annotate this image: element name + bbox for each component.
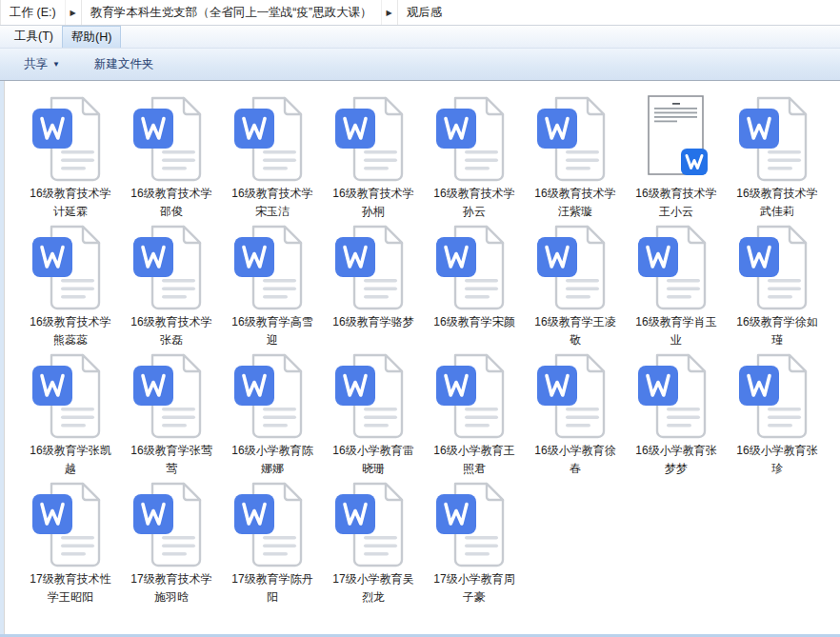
file-item[interactable]: 16级小学教育陈娜娜 [222,349,323,478]
wps-word-doc-icon [434,94,514,182]
share-button[interactable]: 共享 ▼ [13,51,70,77]
file-name-label: 16级教育技术学计延霖 [28,185,113,220]
wps-word-doc-icon [333,94,413,182]
file-item[interactable]: 16级教育技术学汪紫璇 [525,92,626,221]
file-item[interactable]: 16级教育学肖玉业 [626,221,727,349]
file-item[interactable]: 16级教育学宋颜 [424,221,525,349]
file-item[interactable]: 16级教育技术学熊蕊蕊 [20,221,121,349]
file-item[interactable]: 16级小学教育徐春 [525,349,626,478]
wps-word-doc-icon [131,223,211,310]
breadcrumb-arrow-icon[interactable]: ▶ [65,0,81,25]
file-name-label: 16级教育学徐如瑾 [734,313,820,348]
chevron-down-icon: ▼ [52,60,60,69]
file-name-label: 16级教育技术学孙云 [431,185,517,220]
file-item[interactable]: 16级教育技术学王小云 [626,92,727,221]
file-name-label: 16级小学教育王照君 [431,442,517,477]
wps-word-doc-icon [333,480,413,567]
share-button-label: 共享 [24,56,48,72]
wps-word-doc-icon [333,351,413,439]
wps-word-doc-icon [535,94,615,182]
wps-word-doc-icon [232,351,312,439]
menu-bar: 工具(T)帮助(H) [0,26,840,49]
wps-word-doc-icon [232,223,312,310]
file-name-label: 16级教育技术学王小云 [633,185,719,220]
breadcrumb-segment[interactable]: 工作 (E:) [0,0,65,25]
file-name-label: 16级教育技术学张磊 [129,313,214,348]
file-name-label: 16级小学教育雷晓珊 [330,442,416,477]
file-name-label: 16级教育学高雪迎 [230,313,315,348]
file-name-label: 17级教育技术性学王昭阳 [28,570,113,606]
wps-word-doc-icon [333,223,413,310]
file-name-label: 17级小学教育周子豪 [431,570,517,606]
file-item[interactable]: 16级小学教育王照君 [424,349,525,478]
breadcrumb-segment[interactable]: 观后感 [397,0,451,25]
file-grid: 16级教育技术学计延霖 16级教育技术学邵俊 16级教育技术学宋玉洁 16级教育… [20,92,840,607]
wps-word-doc-icon [131,94,211,182]
wps-word-doc-icon [30,94,110,182]
wps-word-doc-icon [434,351,514,439]
file-name-label: 16级教育学张莺莺 [129,442,214,477]
file-name-label: 16级教育技术学熊蕊蕊 [28,313,113,348]
file-item[interactable]: 16级教育技术学张磊 [121,221,222,349]
file-item[interactable]: 17级小学教育周子豪 [424,478,525,607]
file-item[interactable]: 16级教育技术学计延霖 [20,92,121,221]
menu-item[interactable]: 帮助(H) [62,26,121,48]
file-name-label: 16级教育技术学孙桐 [330,185,416,220]
file-item[interactable]: 16级小学教育张梦梦 [626,349,727,478]
wps-word-doc-icon [131,351,211,439]
file-item[interactable]: 16级教育技术学邵俊 [121,92,222,221]
file-name-label: 16级教育学张凯越 [28,442,113,477]
wps-word-doc-icon [30,480,110,567]
wps-word-doc-icon [737,351,817,439]
file-name-label: 16级教育学王凌敬 [532,313,618,348]
file-item[interactable]: 17级教育技术学施羽晗 [121,478,222,607]
file-name-label: 17级小学教育吴烈龙 [330,570,416,606]
file-name-label: 16级小学教育张珍 [734,442,820,477]
file-name-label: 16级教育技术学汪紫璇 [532,185,618,220]
file-name-label: 17级教育技术学施羽晗 [129,570,214,606]
new-folder-button-label: 新建文件夹 [94,56,154,72]
doc-preview-thumbnail-icon [636,94,716,182]
file-name-label: 16级教育学肖玉业 [633,313,719,348]
wps-word-doc-icon [30,351,110,439]
file-item[interactable]: 16级教育技术学武佳莉 [727,92,828,221]
menu-item[interactable]: 工具(T) [6,26,62,48]
file-item[interactable]: 16级教育技术学宋玉洁 [222,92,323,221]
toolbar: 共享 ▼ 新建文件夹 [0,49,840,81]
wps-word-doc-icon [636,351,716,439]
explorer-window: 工作 (E:)▶教育学本科生党支部（全省同上一堂战“疫”思政大课）▶观后感 工具… [0,0,840,637]
file-item[interactable]: 16级教育技术学孙桐 [323,92,424,221]
wps-word-doc-icon [232,94,312,182]
content-area: 16级教育技术学计延霖 16级教育技术学邵俊 16级教育技术学宋玉洁 16级教育… [0,81,840,634]
file-item[interactable]: 16级小学教育雷晓珊 [323,349,424,478]
new-folder-button[interactable]: 新建文件夹 [84,51,165,77]
wps-word-doc-icon [434,223,514,310]
breadcrumb-arrow-icon[interactable]: ▶ [381,0,397,25]
file-name-label: 16级小学教育陈娜娜 [230,442,315,477]
file-name-label: 16级小学教育张梦梦 [633,442,719,477]
file-item[interactable]: 17级小学教育吴烈龙 [323,478,424,607]
file-item[interactable]: 16级教育学徐如瑾 [727,221,828,349]
wps-word-doc-icon [535,351,615,439]
file-item[interactable]: 17级教育技术性学王昭阳 [20,478,121,607]
file-item[interactable]: 16级教育学骆梦 [323,221,424,349]
wps-word-doc-icon [737,94,817,182]
file-name-label: 16级教育技术学武佳莉 [734,185,820,220]
file-item[interactable]: 16级教育学张凯越 [20,349,121,478]
file-name-label: 16级教育技术学邵俊 [129,185,214,220]
file-item[interactable]: 16级教育技术学孙云 [424,92,525,221]
file-list-pane[interactable]: 16级教育技术学计延霖 16级教育技术学邵俊 16级教育技术学宋玉洁 16级教育… [4,81,840,634]
wps-word-doc-icon [535,223,615,310]
file-item[interactable]: 17级教育学陈丹阳 [222,478,323,607]
wps-word-doc-icon [737,223,817,310]
breadcrumb-segment[interactable]: 教育学本科生党支部（全省同上一堂战“疫”思政大课） [81,0,381,25]
file-item[interactable]: 16级小学教育张珍 [727,349,828,478]
file-name-label: 16级小学教育徐春 [532,442,618,477]
file-name-label: 16级教育学骆梦 [330,313,416,331]
breadcrumb: 工作 (E:)▶教育学本科生党支部（全省同上一堂战“疫”思政大课）▶观后感 [0,0,840,26]
file-item[interactable]: 16级教育学高雪迎 [222,221,323,349]
file-name-label: 16级教育技术学宋玉洁 [230,185,315,220]
file-name-label: 17级教育学陈丹阳 [230,570,315,606]
file-item[interactable]: 16级教育学张莺莺 [121,349,222,478]
file-item[interactable]: 16级教育学王凌敬 [525,221,626,349]
